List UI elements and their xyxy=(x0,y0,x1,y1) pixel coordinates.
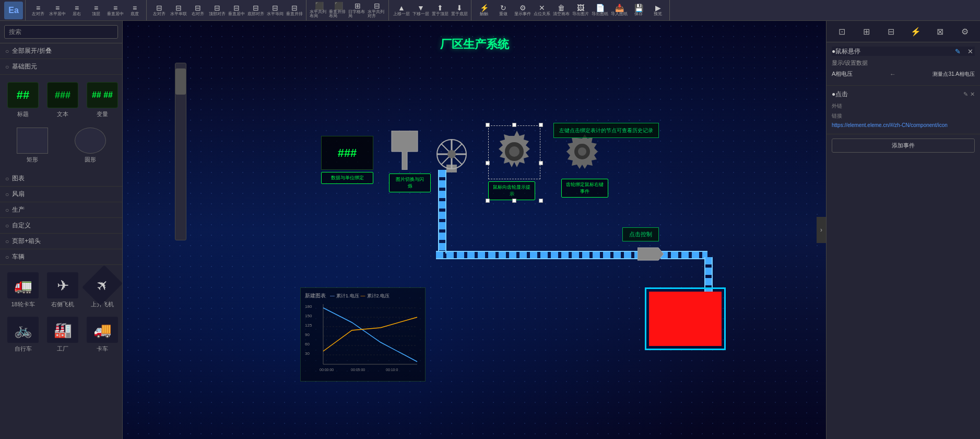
align-vcenter-btn[interactable]: ≡ 垂直居中 xyxy=(106,2,125,19)
canvas-area[interactable]: 厂区生产系统 ### 数据与单位绑定 图片切换与闪烁 xyxy=(123,21,826,439)
component-variable[interactable]: ## ## 变量 xyxy=(85,80,120,120)
redo-btn[interactable]: ↻ 重做 xyxy=(494,2,513,19)
handle-bl[interactable] xyxy=(486,199,490,203)
move-up-icon: ▲ xyxy=(398,4,405,11)
handle-tc[interactable] xyxy=(512,123,516,127)
svg-point-7 xyxy=(447,150,456,158)
click-section-title: ●点击 ✎ ✕ xyxy=(832,90,975,99)
layout-grid-btn[interactable]: ⊞ 日字格布局 xyxy=(348,2,367,19)
component-text[interactable]: ### 文本 xyxy=(45,80,80,120)
vehicle-plane-up[interactable]: ✈ 上升飞机 xyxy=(85,270,120,310)
dist-left-btn[interactable]: ⊟ 左对齐 xyxy=(150,2,169,19)
show-events-btn[interactable]: ⚙ 显示事件 xyxy=(513,2,532,19)
fan-element[interactable] xyxy=(431,131,473,174)
handle-br[interactable] xyxy=(539,199,543,203)
align-top-btn[interactable]: ≡ 顶层 xyxy=(87,2,105,19)
link-url[interactable]: https://element.eleme.cn/#/zh-CN/compone… xyxy=(832,121,975,130)
slider-handle[interactable] xyxy=(175,68,186,95)
hover-edit-icon[interactable]: ✎ xyxy=(953,47,962,56)
component-rect[interactable]: 矩形 xyxy=(5,125,59,166)
bring-front-btn[interactable]: ⬆ 置于顶层 xyxy=(431,2,450,19)
export-img-btn[interactable]: 🖼 导出图片 xyxy=(571,2,590,19)
dist-bottom-btn[interactable]: ⊟ 底部对齐 xyxy=(246,2,265,19)
clear-canvas-btn[interactable]: 🗑 清空画布 xyxy=(552,2,571,19)
align-right-btn[interactable]: ≡ 居右 xyxy=(67,2,86,19)
handle-ml[interactable] xyxy=(486,161,490,165)
layout-h-btn[interactable]: ⬛ 水平共列布局 xyxy=(310,2,328,19)
gear-selected-element[interactable]: 鼠标向齿轮显示提示 xyxy=(488,125,540,200)
dist-vcenter-btn[interactable]: ⊟ 垂直居中 xyxy=(227,2,246,19)
hover-delete-icon[interactable]: ✕ xyxy=(965,47,975,56)
click-control-element[interactable]: 点击控制 xyxy=(622,227,659,241)
gear-right-element[interactable]: 齿轮绑定鼠标右键事件 xyxy=(561,133,608,198)
rp-layout-icon[interactable]: ⊠ xyxy=(933,24,948,39)
snap-btn[interactable]: ⚡ 触触 xyxy=(475,2,493,19)
chart-element[interactable]: 新建图表 — 累计1.电压 — 累计2.电压 180 150 xyxy=(300,287,426,382)
layout-align-btn[interactable]: ⊟ 水平共列对齐 xyxy=(368,2,386,19)
red-square-element[interactable] xyxy=(645,287,726,350)
rp-settings-icon[interactable]: ⚙ xyxy=(958,24,972,39)
hash-display-box: ### xyxy=(321,136,373,170)
layout-v-btn[interactable]: ⬛ 垂直并排布局 xyxy=(329,2,348,19)
rp-event-icon[interactable]: ⚡ xyxy=(908,24,923,39)
handle-tl[interactable] xyxy=(486,123,490,127)
rp-edit-icon[interactable]: ⊞ xyxy=(859,24,874,39)
red-square-container xyxy=(645,287,726,350)
align-hcenter-btn[interactable]: ≡ 水平居中 xyxy=(48,2,67,19)
section-basic-shapes[interactable]: ○ 基础图元 xyxy=(0,59,122,75)
section-charts[interactable]: ○ 图表 xyxy=(0,171,122,187)
section-fans[interactable]: ○ 风扇 xyxy=(0,187,122,202)
handle-tr[interactable] xyxy=(539,123,543,127)
vertical-slider[interactable] xyxy=(175,63,186,240)
section-vehicles[interactable]: ○ 车辆 xyxy=(0,249,122,265)
dist-h-btn[interactable]: ⊟ 水平等间 xyxy=(266,2,285,19)
click-delete-icon[interactable]: ✕ xyxy=(970,91,975,98)
point-relation-btn[interactable]: ✕ 点位关系 xyxy=(533,2,551,19)
vehicle-plane-right[interactable]: ✈ 右侧飞机 xyxy=(45,270,80,310)
align-hcenter-icon: ≡ xyxy=(55,4,60,11)
vehicle-factory[interactable]: 🏭 工厂 xyxy=(45,315,80,355)
shape-row: 矩形 圆形 xyxy=(0,125,122,171)
hover-section-icons: ✎ ✕ xyxy=(953,47,975,56)
info-box-top[interactable]: 左键点击绑定表计的节点可查看历史记录 xyxy=(553,123,659,138)
click-edit-icon[interactable]: ✎ xyxy=(963,91,968,98)
app-icon[interactable]: Ea xyxy=(4,2,23,19)
component-circle[interactable]: 圆形 xyxy=(63,125,117,166)
dist-right-btn[interactable]: ⊟ 右对齐 xyxy=(188,2,207,19)
arrow-element[interactable]: 图片切换与闪烁 xyxy=(389,131,431,192)
variable-thumb: ## ## xyxy=(87,82,118,108)
align-left-btn[interactable]: ≡ 左对齐 xyxy=(29,2,48,19)
canvas-nav-right[interactable]: › xyxy=(817,217,826,243)
align-bottom-icon: ≡ xyxy=(133,4,137,11)
preview-btn[interactable]: ▶ 预览 xyxy=(648,2,667,19)
search-input[interactable] xyxy=(4,25,118,39)
dist-hcenter-btn[interactable]: ⊟ 水平串联 xyxy=(169,2,188,19)
vehicle-bike[interactable]: 🚲 自行车 xyxy=(5,315,41,355)
move-up-btn[interactable]: ▲ 上移一层 xyxy=(392,2,411,19)
align-bottom-btn[interactable]: ≡ 底度 xyxy=(125,2,144,19)
section-production[interactable]: ○ 生产 xyxy=(0,202,122,218)
handle-bc[interactable] xyxy=(512,199,516,203)
chart-title: 新建图表 xyxy=(305,292,326,299)
hash-display-element[interactable]: ### 数据与单位绑定 xyxy=(321,136,373,184)
rp-select-icon[interactable]: ⊡ xyxy=(835,24,849,39)
section-headers[interactable]: ○ 页部+箱头 xyxy=(0,234,122,249)
vehicle-truck[interactable]: 🚛 18轮卡车 xyxy=(5,270,41,310)
plane-right-label: 右侧飞机 xyxy=(51,301,74,308)
import-drawing-btn[interactable]: 📥 导入图纸 xyxy=(610,2,629,19)
dist-v-btn[interactable]: ⊟ 垂直并排 xyxy=(285,2,304,19)
handle-mr[interactable] xyxy=(539,161,543,165)
section-custom[interactable]: ○ 自定义 xyxy=(0,218,122,234)
section-expand-all[interactable]: ○ 全部展开/折叠 xyxy=(0,43,122,59)
dist-top-btn[interactable]: ⊟ 顶部对齐 xyxy=(208,2,227,19)
add-event-button[interactable]: 添加事件 xyxy=(832,138,975,153)
align-right-icon: ≡ xyxy=(75,4,79,11)
rp-transform-icon[interactable]: ⊟ xyxy=(884,24,899,39)
component-label[interactable]: ## 标题 xyxy=(5,80,41,120)
save-btn[interactable]: 💾 保存 xyxy=(629,2,648,19)
export-drawing-btn[interactable]: 📄 导出图纸 xyxy=(591,2,609,19)
send-back-btn[interactable]: ⬇ 置于底层 xyxy=(450,2,469,19)
pipe-nozzle xyxy=(637,247,664,262)
vehicle-truck2[interactable]: 🚚 卡车 xyxy=(85,315,120,355)
move-down-btn[interactable]: ▼ 下移一层 xyxy=(411,2,430,19)
